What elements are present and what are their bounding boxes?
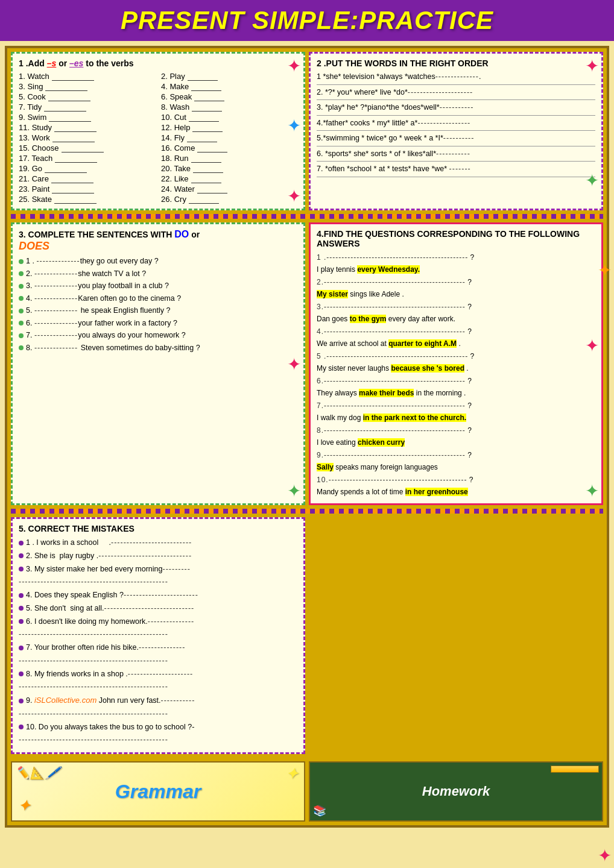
- exercise-4-items: 1 .-------------------------------------…: [317, 252, 595, 497]
- star-2-tr: ✦: [585, 56, 599, 76]
- star-decoration-2: ✦: [287, 116, 301, 136]
- star-3-bl: ✦: [287, 481, 301, 501]
- star-4-mid: ✦: [585, 336, 599, 356]
- star-2-br: ✦: [585, 171, 599, 190]
- watermark: iSLCollective.com: [34, 696, 97, 705]
- star-grammar: ✦: [286, 766, 298, 782]
- star-grammar-2: ✦: [18, 797, 30, 814]
- exercise-4: 4.FIND THE QUESTIONS CORRESPONDING TO TH…: [309, 222, 603, 505]
- star-decoration-3: ✦: [287, 186, 301, 206]
- star-4-bl: ✦: [585, 481, 599, 501]
- homework-label: Homework: [422, 784, 490, 799]
- exercise-1: 1 .Add –s or –es to the verbs 1. Watch 2…: [11, 52, 305, 210]
- star-5-bl: ✦: [598, 846, 612, 866]
- star-5-mid: ✦: [598, 260, 612, 280]
- exercise-2-sentences: 1 *she* television *always *watches-----…: [317, 72, 595, 177]
- exercise-3-sentences: 1 . --------------they go out every day …: [19, 256, 297, 353]
- grammar-image: ✏️📐🖊️ Grammar ✦ ✦: [11, 761, 305, 822]
- homework-image: Homework 📚: [309, 761, 603, 822]
- star-decoration-1: ✦: [287, 56, 301, 76]
- exercise-1-title: 1 .Add –s or –es to the verbs: [19, 58, 297, 68]
- exercise-2: 2 .PUT THE WORDS IN THE RIGHT ORDER 1 *s…: [309, 52, 603, 210]
- exercise-5-title: 5. CORRECT THE MISTAKES: [19, 524, 297, 533]
- exercise-5-mistakes: 1 . I works in a school .---------------…: [19, 537, 297, 746]
- page-title: PRESENT SIMPLE:PRACTICE: [0, 0, 614, 41]
- pencils-icon: ✏️📐🖊️: [15, 766, 60, 780]
- verb-grid: 1. Watch 2. Play 3. Sing 4. Make 5. Cook…: [19, 72, 297, 204]
- book-icon: 📚: [313, 804, 326, 817]
- exercise-3: 3. COMPLETE THE SENTENCES WITH DO or DOE…: [11, 222, 305, 505]
- star-3-mid: ✦: [287, 354, 301, 374]
- ruler-decoration: [551, 766, 599, 773]
- exercise-5: 5. CORRECT THE MISTAKES 1 . I works in a…: [11, 517, 305, 754]
- section-divider-2: [11, 509, 603, 514]
- exercise-3-title: 3. COMPLETE THE SENTENCES WITH DO or DOE…: [19, 229, 297, 253]
- exercise-2-title: 2 .PUT THE WORDS IN THE RIGHT ORDER: [317, 58, 595, 68]
- grammar-label: Grammar: [115, 781, 201, 803]
- section-divider-1: [11, 214, 603, 219]
- exercise-4-title: 4.FIND THE QUESTIONS CORRESPONDING TO TH…: [317, 229, 595, 248]
- spacer-right: [309, 517, 603, 758]
- bottom-images: ✏️📐🖊️ Grammar ✦ ✦ Homework 📚: [11, 761, 603, 822]
